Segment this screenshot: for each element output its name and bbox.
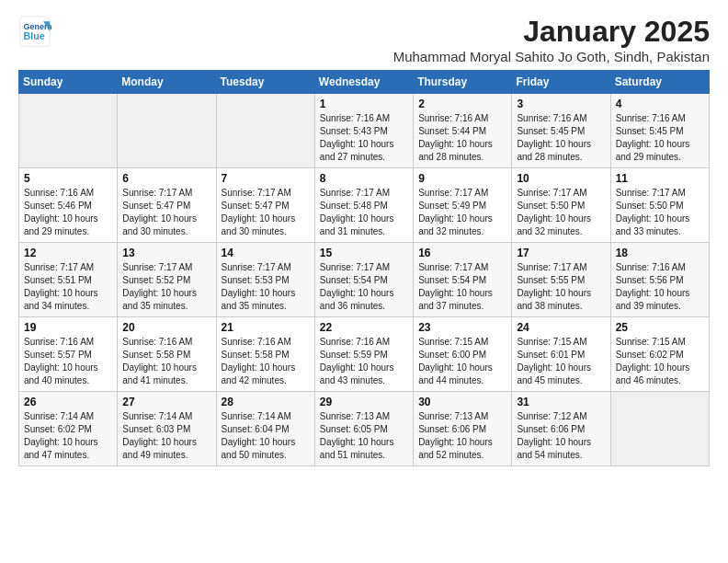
day-number: 6 xyxy=(122,172,210,185)
day-info: Sunrise: 7:14 AMSunset: 6:03 PMDaylight:… xyxy=(122,410,210,462)
day-number: 11 xyxy=(616,172,704,185)
day-number: 18 xyxy=(616,247,704,259)
day-cell: 18Sunrise: 7:16 AMSunset: 5:56 PMDayligh… xyxy=(610,243,709,317)
day-cell: 22Sunrise: 7:16 AMSunset: 5:59 PMDayligh… xyxy=(314,317,413,392)
day-cell: 13Sunrise: 7:17 AMSunset: 5:52 PMDayligh… xyxy=(118,243,216,317)
day-info: Sunrise: 7:13 AMSunset: 6:06 PMDaylight:… xyxy=(418,410,506,462)
day-number: 2 xyxy=(418,98,506,110)
day-cell: 4Sunrise: 7:16 AMSunset: 5:45 PMDaylight… xyxy=(610,94,709,168)
day-number: 5 xyxy=(24,172,112,185)
day-info: Sunrise: 7:17 AMSunset: 5:51 PMDaylight:… xyxy=(24,261,112,313)
day-info: Sunrise: 7:17 AMSunset: 5:54 PMDaylight:… xyxy=(320,261,408,313)
day-info: Sunrise: 7:17 AMSunset: 5:48 PMDaylight:… xyxy=(320,187,408,238)
day-number: 9 xyxy=(418,172,506,185)
day-info: Sunrise: 7:16 AMSunset: 5:45 PMDaylight:… xyxy=(616,112,704,164)
day-number: 24 xyxy=(517,321,605,334)
day-cell: 2Sunrise: 7:16 AMSunset: 5:44 PMDaylight… xyxy=(414,94,512,168)
day-cell: 5Sunrise: 7:16 AMSunset: 5:46 PMDaylight… xyxy=(19,168,118,243)
day-number: 4 xyxy=(616,98,704,110)
day-number: 22 xyxy=(320,321,408,334)
day-info: Sunrise: 7:17 AMSunset: 5:47 PMDaylight:… xyxy=(122,187,210,238)
day-cell xyxy=(610,392,709,466)
day-number: 17 xyxy=(517,247,605,259)
day-number: 31 xyxy=(517,396,605,408)
day-cell: 12Sunrise: 7:17 AMSunset: 5:51 PMDayligh… xyxy=(19,243,118,317)
day-cell: 16Sunrise: 7:17 AMSunset: 5:54 PMDayligh… xyxy=(414,243,512,317)
day-cell: 31Sunrise: 7:12 AMSunset: 6:06 PMDayligh… xyxy=(512,392,610,466)
day-cell: 14Sunrise: 7:17 AMSunset: 5:53 PMDayligh… xyxy=(216,243,314,317)
day-info: Sunrise: 7:13 AMSunset: 6:05 PMDaylight:… xyxy=(320,410,408,462)
day-cell: 9Sunrise: 7:17 AMSunset: 5:49 PMDaylight… xyxy=(414,168,512,243)
day-cell: 27Sunrise: 7:14 AMSunset: 6:03 PMDayligh… xyxy=(118,392,216,466)
day-info: Sunrise: 7:14 AMSunset: 6:02 PMDaylight:… xyxy=(24,410,112,462)
day-number: 8 xyxy=(320,172,408,185)
week-row-2: 5Sunrise: 7:16 AMSunset: 5:46 PMDaylight… xyxy=(19,168,710,243)
day-cell: 10Sunrise: 7:17 AMSunset: 5:50 PMDayligh… xyxy=(512,168,610,243)
day-info: Sunrise: 7:16 AMSunset: 5:44 PMDaylight:… xyxy=(418,112,506,164)
day-cell: 20Sunrise: 7:16 AMSunset: 5:58 PMDayligh… xyxy=(118,317,216,392)
day-cell: 8Sunrise: 7:17 AMSunset: 5:48 PMDaylight… xyxy=(314,168,413,243)
day-number: 19 xyxy=(24,321,112,334)
day-cell: 1Sunrise: 7:16 AMSunset: 5:43 PMDaylight… xyxy=(314,94,413,168)
header-cell-saturday: Saturday xyxy=(610,71,709,94)
day-number: 16 xyxy=(418,247,506,259)
day-cell: 17Sunrise: 7:17 AMSunset: 5:55 PMDayligh… xyxy=(512,243,610,317)
day-cell: 23Sunrise: 7:15 AMSunset: 6:00 PMDayligh… xyxy=(414,317,512,392)
header-cell-thursday: Thursday xyxy=(414,71,512,94)
day-info: Sunrise: 7:16 AMSunset: 5:56 PMDaylight:… xyxy=(616,261,704,313)
day-number: 3 xyxy=(517,98,605,110)
day-info: Sunrise: 7:16 AMSunset: 5:58 PMDaylight:… xyxy=(222,336,310,387)
day-info: Sunrise: 7:17 AMSunset: 5:50 PMDaylight:… xyxy=(517,187,605,238)
day-number: 26 xyxy=(24,396,112,408)
day-cell xyxy=(19,94,118,168)
main-title: January 2025 xyxy=(393,15,710,49)
title-block: January 2025 Muhammad Moryal Sahito Jo G… xyxy=(393,15,710,64)
day-number: 12 xyxy=(24,247,112,259)
header-cell-tuesday: Tuesday xyxy=(216,71,314,94)
day-cell: 11Sunrise: 7:17 AMSunset: 5:50 PMDayligh… xyxy=(610,168,709,243)
day-cell: 25Sunrise: 7:15 AMSunset: 6:02 PMDayligh… xyxy=(610,317,709,392)
day-number: 10 xyxy=(517,172,605,185)
day-number: 15 xyxy=(320,247,408,259)
day-info: Sunrise: 7:17 AMSunset: 5:53 PMDaylight:… xyxy=(222,261,310,313)
logo-icon: General Blue xyxy=(18,15,51,48)
day-info: Sunrise: 7:17 AMSunset: 5:50 PMDaylight:… xyxy=(616,187,704,238)
day-cell: 24Sunrise: 7:15 AMSunset: 6:01 PMDayligh… xyxy=(512,317,610,392)
header-cell-friday: Friday xyxy=(512,71,610,94)
week-row-5: 26Sunrise: 7:14 AMSunset: 6:02 PMDayligh… xyxy=(19,392,710,466)
day-info: Sunrise: 7:15 AMSunset: 6:01 PMDaylight:… xyxy=(517,336,605,387)
day-cell: 19Sunrise: 7:16 AMSunset: 5:57 PMDayligh… xyxy=(19,317,118,392)
day-cell: 26Sunrise: 7:14 AMSunset: 6:02 PMDayligh… xyxy=(19,392,118,466)
day-number: 29 xyxy=(320,396,408,408)
page-header: General Blue January 2025 Muhammad Morya… xyxy=(18,15,710,64)
header-cell-monday: Monday xyxy=(118,71,216,94)
day-info: Sunrise: 7:17 AMSunset: 5:47 PMDaylight:… xyxy=(222,187,310,238)
day-info: Sunrise: 7:14 AMSunset: 6:04 PMDaylight:… xyxy=(222,410,310,462)
day-info: Sunrise: 7:16 AMSunset: 5:59 PMDaylight:… xyxy=(320,336,408,387)
day-cell: 3Sunrise: 7:16 AMSunset: 5:45 PMDaylight… xyxy=(512,94,610,168)
day-info: Sunrise: 7:17 AMSunset: 5:49 PMDaylight:… xyxy=(418,187,506,238)
day-number: 25 xyxy=(616,321,704,334)
day-number: 21 xyxy=(222,321,310,334)
week-row-3: 12Sunrise: 7:17 AMSunset: 5:51 PMDayligh… xyxy=(19,243,710,317)
day-info: Sunrise: 7:17 AMSunset: 5:52 PMDaylight:… xyxy=(122,261,210,313)
day-number: 7 xyxy=(222,172,310,185)
calendar-header: SundayMondayTuesdayWednesdayThursdayFrid… xyxy=(19,71,710,94)
header-cell-sunday: Sunday xyxy=(19,71,118,94)
calendar-body: 1Sunrise: 7:16 AMSunset: 5:43 PMDaylight… xyxy=(19,94,710,466)
day-info: Sunrise: 7:16 AMSunset: 5:46 PMDaylight:… xyxy=(24,187,112,238)
day-info: Sunrise: 7:15 AMSunset: 6:02 PMDaylight:… xyxy=(616,336,704,387)
day-cell xyxy=(216,94,314,168)
day-cell: 6Sunrise: 7:17 AMSunset: 5:47 PMDaylight… xyxy=(118,168,216,243)
day-info: Sunrise: 7:15 AMSunset: 6:00 PMDaylight:… xyxy=(418,336,506,387)
day-number: 13 xyxy=(122,247,210,259)
day-number: 20 xyxy=(122,321,210,334)
header-cell-wednesday: Wednesday xyxy=(314,71,413,94)
day-cell: 7Sunrise: 7:17 AMSunset: 5:47 PMDaylight… xyxy=(216,168,314,243)
day-cell: 15Sunrise: 7:17 AMSunset: 5:54 PMDayligh… xyxy=(314,243,413,317)
day-info: Sunrise: 7:16 AMSunset: 5:57 PMDaylight:… xyxy=(24,336,112,387)
day-cell: 21Sunrise: 7:16 AMSunset: 5:58 PMDayligh… xyxy=(216,317,314,392)
subtitle: Muhammad Moryal Sahito Jo Goth, Sindh, P… xyxy=(393,49,710,64)
day-cell: 28Sunrise: 7:14 AMSunset: 6:04 PMDayligh… xyxy=(216,392,314,466)
day-number: 28 xyxy=(222,396,310,408)
